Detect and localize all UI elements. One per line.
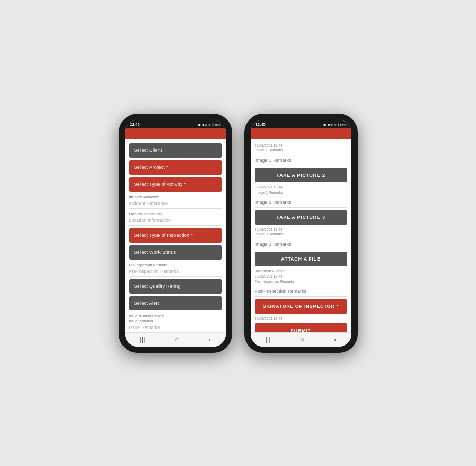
nav-menu-icon-right[interactable]: ||| — [265, 336, 270, 343]
issue-group: Issue Number Raised Issue Remarks — [129, 313, 222, 332]
time-right: 12:45 — [256, 122, 266, 127]
location-info-group: Location Information — [129, 211, 222, 226]
nav-bar-right: ||| ○ ‹ — [251, 332, 351, 347]
app-header-right — [251, 128, 351, 139]
signature-inspector-button[interactable]: SIGNATURE OF INSPECTOR * — [255, 299, 347, 314]
pre-inspection-group: Pre-Inspection Remarks — [129, 262, 222, 277]
submit-button[interactable]: SUBMIT — [255, 323, 347, 332]
issue-remarks-label: Issue Remarks — [129, 318, 222, 323]
nav-home-icon-left[interactable]: ○ — [174, 336, 179, 343]
attach-file-button[interactable]: ATTACH A FILE — [255, 252, 347, 266]
location-info-label: Location Information — [129, 211, 222, 216]
submit-meta: 20/08/2021 12:44 — [255, 316, 347, 321]
take-picture-3-button[interactable]: TAKE A PICTURE 3 — [255, 210, 347, 225]
post-inspection-input[interactable] — [255, 287, 347, 297]
issue-remarks-input[interactable] — [129, 323, 222, 332]
image3-meta: 20/08/2021 12:44Image 3 Remarks — [255, 227, 347, 237]
take-picture-2-button[interactable]: TAKE A PICTURE 2 — [255, 168, 347, 182]
incident-reference-group: Incident Reference — [129, 194, 222, 209]
post-inspection-meta: Document Number20/08/2021 12:44Post-Insp… — [255, 269, 347, 284]
icons-right: ▣ ◀ ⊕ ≋ ∥ 85% — [323, 123, 346, 126]
incident-reference-label: Incident Reference — [129, 194, 222, 199]
image3-remarks-input[interactable] — [255, 239, 347, 249]
nav-menu-icon-left[interactable]: ||| — [139, 336, 145, 343]
phone-right: 12:45 ▣ ◀ ⊕ ≋ ∥ 85% 20/08/2021 12:44Imag… — [244, 114, 358, 353]
issue-number-label: Issue Number Raised — [129, 313, 222, 318]
scroll-area-left: Select Client Select Project * Select Ty… — [125, 139, 226, 332]
pre-inspection-input[interactable] — [129, 267, 222, 277]
select-quality-button[interactable]: Select Quality Rating — [129, 279, 222, 294]
location-info-input[interactable] — [129, 216, 222, 226]
phone-left: 12:45 ▣ ◀ ⊕ ≋ ∥ 85% Select Client Select… — [119, 114, 232, 353]
nav-home-icon-right[interactable]: ○ — [300, 336, 304, 343]
select-project-button[interactable]: Select Project * — [129, 160, 222, 175]
phone-right-screen: 12:45 ▣ ◀ ⊕ ≋ ∥ 85% 20/08/2021 12:44Imag… — [251, 120, 351, 347]
image2-meta: 20/08/2021 12:44Image 2 Remarks — [255, 185, 347, 195]
status-bar-right: 12:45 ▣ ◀ ⊕ ≋ ∥ 85% — [251, 120, 351, 128]
select-alert-button[interactable]: Select Alert — [129, 296, 222, 310]
icons-left: ▣ ◀ ⊕ ≋ ∥ 85% — [198, 123, 220, 126]
select-activity-button[interactable]: Select Type of Activity * — [129, 177, 222, 192]
image1-remarks-input[interactable] — [255, 156, 347, 165]
nav-back-icon-right[interactable]: ‹ — [334, 336, 336, 343]
pre-inspection-label: Pre-Inspection Remarks — [129, 262, 222, 267]
phone-left-screen: 12:45 ▣ ◀ ⊕ ≋ ∥ 85% Select Client Select… — [125, 120, 226, 347]
nav-back-icon-left[interactable]: ‹ — [208, 336, 210, 343]
scroll-area-right: 20/08/2021 12:44Image 1 Remarks TAKE A P… — [251, 139, 351, 332]
select-inspection-type-button[interactable]: Select Type of Inspection * — [129, 228, 222, 243]
incident-reference-input[interactable] — [129, 199, 222, 209]
image1-meta: 20/08/2021 12:44Image 1 Remarks — [255, 143, 347, 153]
select-work-status-button[interactable]: Select Work Status — [129, 245, 222, 260]
image2-remarks-input[interactable] — [255, 198, 347, 208]
app-header-left — [125, 128, 226, 139]
select-client-button[interactable]: Select Client — [129, 143, 222, 158]
time-left: 12:45 — [130, 122, 140, 127]
nav-bar-left: ||| ○ ‹ — [125, 332, 226, 347]
status-bar-left: 12:45 ▣ ◀ ⊕ ≋ ∥ 85% — [125, 120, 226, 128]
